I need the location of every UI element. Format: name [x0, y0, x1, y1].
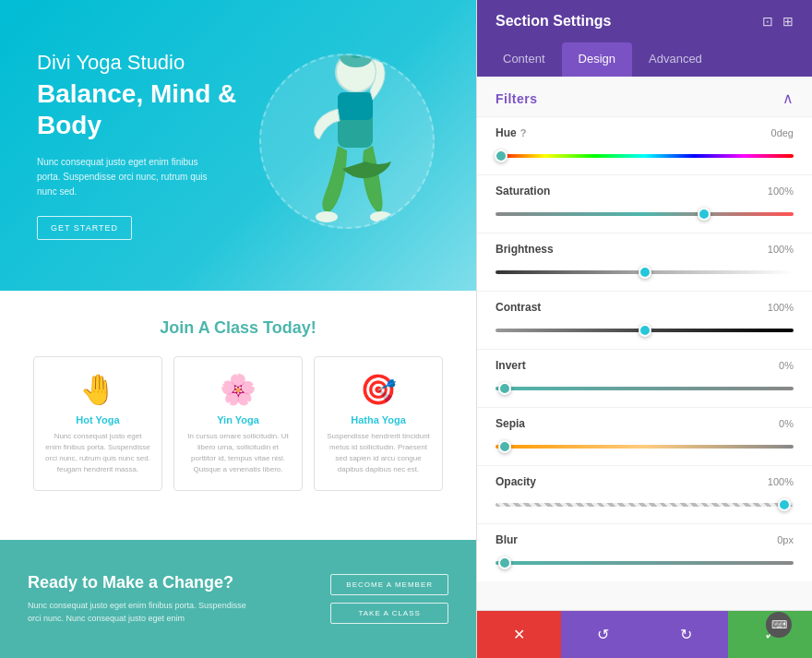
blur-filter-row: Blur 0px	[477, 523, 812, 581]
sepia-value: 0%	[779, 418, 794, 429]
filters-label: Filters	[496, 91, 538, 106]
cta-content: Ready to Make a Change? Nunc consequat j…	[28, 573, 249, 625]
layout-icon[interactable]: ⊞	[782, 14, 794, 29]
hue-thumb[interactable]	[495, 150, 508, 162]
sepia-slider[interactable]	[496, 437, 794, 456]
cta-title: Ready to Make a Change?	[28, 573, 249, 592]
sepia-label-row: Sepia 0%	[496, 417, 794, 430]
tab-advanced[interactable]: Advanced	[632, 42, 719, 77]
floating-help-button[interactable]: ⌨	[766, 612, 792, 638]
hero-description: Nunc consequat justo eget enim finibus p…	[37, 155, 221, 199]
settings-panel: Section Settings ⊡ ⊞ Content Design Adva…	[476, 0, 812, 658]
sepia-thumb[interactable]	[498, 440, 511, 453]
contrast-slider[interactable]	[496, 321, 794, 340]
invert-filter-row: Invert 0%	[477, 349, 812, 407]
blur-track	[496, 561, 794, 565]
class-desc: Suspendisse hendrerit tincidunt metus id…	[326, 431, 431, 475]
saturation-thumb[interactable]	[698, 208, 710, 221]
hue-help-icon[interactable]: ?	[520, 127, 527, 138]
filters-section-header: Filters ∧	[477, 77, 812, 116]
contrast-label: Contrast	[496, 301, 541, 314]
blur-value: 0px	[777, 534, 794, 545]
brightness-thumb[interactable]	[639, 266, 651, 279]
list-item: 🎯 Hatha Yoga Suspendisse hendrerit tinci…	[314, 356, 443, 491]
hue-filter-row: Hue ? 0deg	[477, 116, 812, 174]
cancel-icon: ✕	[513, 626, 525, 643]
cta-buttons: BECOME A MEMBER TAKE A CLASS	[330, 574, 448, 624]
classes-grid: 🤚 Hot Yoga Nunc consequat justo eget eni…	[18, 356, 458, 491]
brightness-filter-row: Brightness 100%	[477, 233, 812, 291]
cancel-button[interactable]: ✕	[477, 611, 561, 658]
hue-slider[interactable]	[496, 147, 794, 165]
panel-header: Section Settings ⊡ ⊞	[477, 0, 812, 42]
invert-label-row: Invert 0%	[496, 359, 794, 372]
reset-icon: ↺	[597, 626, 609, 643]
opacity-value: 100%	[768, 476, 794, 487]
redo-icon: ↻	[680, 626, 692, 643]
invert-track	[496, 387, 794, 390]
blur-label-row: Blur 0px	[496, 533, 794, 546]
expand-icon[interactable]: ⊡	[762, 14, 773, 29]
svg-rect-4	[338, 92, 373, 120]
panel-tabs: Content Design Advanced	[477, 42, 812, 77]
sepia-label: Sepia	[496, 417, 525, 430]
hero-title-bold: Balance, Mind & Body	[37, 78, 245, 140]
svg-point-5	[316, 211, 338, 222]
panel-title: Section Settings	[496, 13, 611, 30]
take-class-button[interactable]: TAKE A CLASS	[330, 603, 448, 624]
yoga-figure	[282, 54, 412, 229]
invert-label: Invert	[496, 359, 526, 372]
hero-section: Divi Yoga Studio Balance, Mind & Body Nu…	[0, 0, 476, 291]
contrast-filter-row: Contrast 100%	[477, 291, 812, 349]
cta-section: Ready to Make a Change? Nunc consequat j…	[0, 540, 476, 658]
redo-button[interactable]: ↻	[645, 611, 729, 658]
brightness-label: Brightness	[496, 243, 554, 256]
hero-circle	[259, 54, 435, 229]
class-name: Hot Yoga	[45, 414, 150, 425]
preview-panel: Divi Yoga Studio Balance, Mind & Body Nu…	[0, 0, 476, 658]
tab-design[interactable]: Design	[562, 42, 632, 77]
sepia-track	[496, 445, 794, 449]
blur-label: Blur	[496, 533, 518, 546]
classes-section: Join A Class Today! 🤚 Hot Yoga Nunc cons…	[0, 291, 476, 540]
hue-value: 0deg	[771, 127, 794, 138]
become-member-button[interactable]: BECOME A MEMBER	[330, 574, 448, 595]
list-item: 🤚 Hot Yoga Nunc consequat justo eget eni…	[33, 356, 162, 491]
list-item: 🌸 Yin Yoga In cursus ornare sollicitudin…	[173, 356, 303, 491]
invert-thumb[interactable]	[498, 382, 511, 395]
collapse-icon[interactable]: ∧	[782, 90, 794, 107]
panel-header-icons: ⊡ ⊞	[762, 14, 794, 29]
saturation-filter-row: Saturation 100%	[477, 174, 812, 233]
panel-content: Filters ∧ Hue ? 0deg Saturation 100%	[477, 77, 812, 610]
class-name: Hatha Yoga	[326, 414, 431, 425]
hero-content: Divi Yoga Studio Balance, Mind & Body Nu…	[37, 51, 245, 240]
hue-label-row: Hue ? 0deg	[496, 126, 794, 139]
class-desc: In cursus ornare sollicitudin. Ut libero…	[185, 431, 291, 475]
opacity-filter-row: Opacity 100%	[477, 465, 812, 523]
blur-slider[interactable]	[496, 554, 794, 572]
reset-button[interactable]: ↺	[561, 611, 645, 658]
get-started-button[interactable]: GET STARTED	[37, 216, 132, 240]
saturation-track	[496, 212, 794, 216]
opacity-track	[496, 503, 794, 507]
contrast-value: 100%	[768, 302, 794, 313]
brightness-track	[496, 270, 794, 274]
saturation-value: 100%	[768, 185, 794, 197]
hatha-yoga-icon: 🎯	[326, 372, 431, 407]
invert-slider[interactable]	[496, 379, 794, 398]
saturation-label: Saturation	[496, 185, 550, 197]
contrast-thumb[interactable]	[639, 324, 651, 337]
contrast-track	[496, 329, 794, 332]
blur-thumb[interactable]	[498, 556, 511, 569]
brightness-label-row: Brightness 100%	[496, 243, 794, 256]
classes-title: Join A Class Today!	[18, 318, 458, 338]
opacity-thumb[interactable]	[778, 498, 791, 511]
saturation-slider[interactable]	[496, 205, 794, 223]
hero-image	[245, 17, 448, 275]
brightness-slider[interactable]	[496, 263, 794, 281]
opacity-slider[interactable]	[496, 496, 794, 514]
hot-yoga-icon: 🤚	[45, 372, 150, 407]
tab-content[interactable]: Content	[486, 42, 562, 77]
invert-value: 0%	[779, 360, 794, 371]
opacity-label: Opacity	[496, 475, 536, 488]
